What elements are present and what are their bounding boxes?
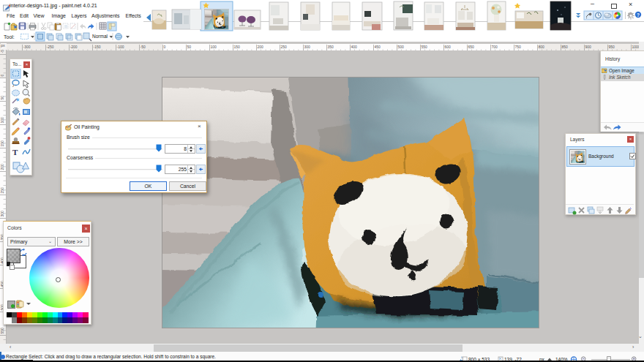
- svg-text:550: 550: [0, 328, 4, 334]
- svg-text:450: 450: [375, 45, 381, 49]
- svg-text:50: 50: [187, 45, 192, 49]
- svg-text:Tool:: Tool:: [4, 34, 15, 39]
- svg-text:-100: -100: [117, 45, 124, 49]
- svg-text:950: 950: [609, 45, 615, 49]
- svg-text:650: 650: [468, 45, 475, 49]
- svg-text:-200: -200: [70, 45, 78, 49]
- svg-text:-50: -50: [0, 50, 4, 53]
- svg-text:200: 200: [258, 45, 264, 49]
- svg-text:500: 500: [398, 45, 405, 49]
- svg-text:Normal: Normal: [92, 34, 108, 39]
- svg-text:700: 700: [492, 45, 498, 49]
- svg-text:-250: -250: [47, 45, 54, 49]
- svg-text:0: 0: [0, 75, 4, 77]
- svg-text:100: 100: [211, 45, 217, 49]
- svg-text:750: 750: [515, 45, 522, 49]
- svg-text:300: 300: [304, 45, 311, 49]
- svg-text:0: 0: [164, 45, 166, 49]
- svg-text:100: 100: [0, 117, 4, 124]
- svg-text:-300: -300: [23, 45, 31, 49]
- svg-text:?: ?: [637, 12, 640, 18]
- svg-text:850: 850: [562, 45, 569, 49]
- svg-text:350: 350: [328, 45, 334, 49]
- svg-text:150: 150: [0, 140, 4, 147]
- svg-text:-50: -50: [141, 45, 146, 49]
- svg-text:150: 150: [234, 45, 241, 49]
- svg-text:50: 50: [0, 96, 4, 100]
- svg-text:900: 900: [585, 45, 592, 49]
- svg-text:400: 400: [351, 45, 358, 49]
- svg-text:250: 250: [281, 45, 288, 49]
- svg-text:T: T: [12, 148, 18, 157]
- svg-text:550: 550: [422, 45, 428, 49]
- svg-text:600: 600: [445, 45, 452, 49]
- svg-text:800: 800: [539, 45, 545, 49]
- svg-text:-150: -150: [94, 45, 101, 49]
- svg-text:250: 250: [0, 187, 4, 194]
- svg-text:300: 300: [0, 211, 4, 217]
- svg-text:200: 200: [0, 164, 4, 170]
